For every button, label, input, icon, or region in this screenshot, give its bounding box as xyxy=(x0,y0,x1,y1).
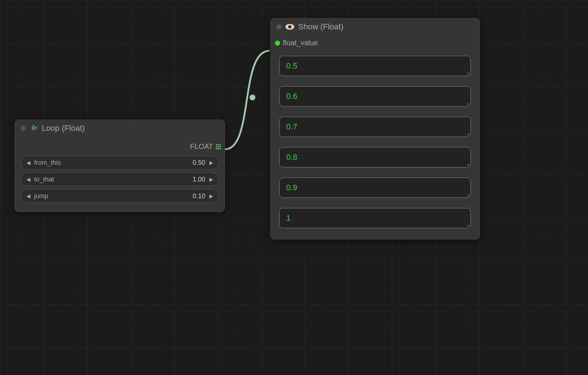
loop-float-node[interactable]: Loop (Float) FLOAT ◀ from_this 0.50 ▶ ◀ … xyxy=(15,120,225,212)
value-display[interactable]: 0.6 xyxy=(279,86,471,107)
eye-icon xyxy=(285,24,295,30)
status-dot-icon xyxy=(276,24,281,29)
output-label: FLOAT xyxy=(190,142,213,151)
recycle-icon xyxy=(29,124,38,133)
decrement-arrow-icon[interactable]: ◀ xyxy=(25,176,31,182)
decrement-arrow-icon[interactable]: ◀ xyxy=(25,193,31,199)
value-display[interactable]: 0.7 xyxy=(279,117,471,137)
param-value[interactable]: 1.00 xyxy=(57,176,205,183)
value-display[interactable]: 0.5 xyxy=(279,56,471,76)
node-title: Show (Float) xyxy=(298,22,344,32)
node-title: Loop (Float) xyxy=(42,124,85,133)
output-row-float[interactable]: FLOAT xyxy=(15,140,225,156)
param-jump[interactable]: ◀ jump 0.10 ▶ xyxy=(21,189,219,203)
grid-icon xyxy=(216,144,221,149)
param-label: from_this xyxy=(34,159,61,167)
show-float-node[interactable]: Show (Float) float_value 0.5 0.6 0.7 0.8… xyxy=(270,18,480,239)
node-header[interactable]: Show (Float) xyxy=(271,18,480,35)
param-label: jump xyxy=(34,192,48,200)
value-display[interactable]: 0.8 xyxy=(279,147,471,167)
value-display[interactable]: 0.9 xyxy=(279,178,471,198)
increment-arrow-icon[interactable]: ▶ xyxy=(208,176,214,182)
value-display[interactable]: 1 xyxy=(279,208,471,228)
node-body: float_value 0.5 0.6 0.7 0.8 0.9 1 xyxy=(271,35,480,239)
param-value[interactable]: 0.50 xyxy=(64,159,205,167)
param-from-this[interactable]: ◀ from_this 0.50 ▶ xyxy=(21,156,219,170)
node-header[interactable]: Loop (Float) xyxy=(15,120,225,137)
node-body: FLOAT ◀ from_this 0.50 ▶ ◀ to_that 1.00 … xyxy=(15,137,225,212)
param-label: to_that xyxy=(34,176,54,183)
status-dot-icon xyxy=(21,126,26,131)
param-to-that[interactable]: ◀ to_that 1.00 ▶ xyxy=(21,172,219,186)
increment-arrow-icon[interactable]: ▶ xyxy=(208,160,214,166)
decrement-arrow-icon[interactable]: ◀ xyxy=(25,160,31,166)
input-socket[interactable] xyxy=(275,41,280,46)
param-value[interactable]: 0.10 xyxy=(51,192,205,200)
svg-point-3 xyxy=(289,26,291,28)
input-row-float-value[interactable]: float_value xyxy=(271,37,480,51)
input-label: float_value xyxy=(283,39,318,47)
svg-point-0 xyxy=(250,95,255,100)
increment-arrow-icon[interactable]: ▶ xyxy=(208,193,214,199)
